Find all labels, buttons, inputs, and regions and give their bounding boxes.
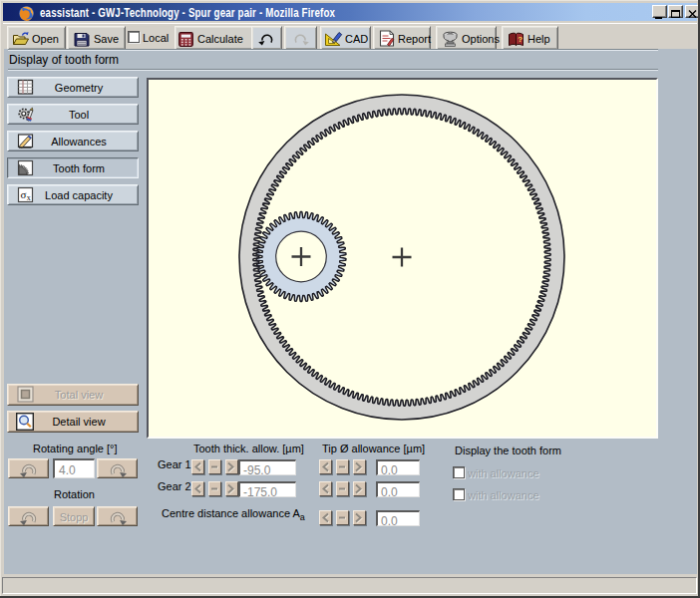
svg-text:?: ?	[518, 35, 523, 44]
